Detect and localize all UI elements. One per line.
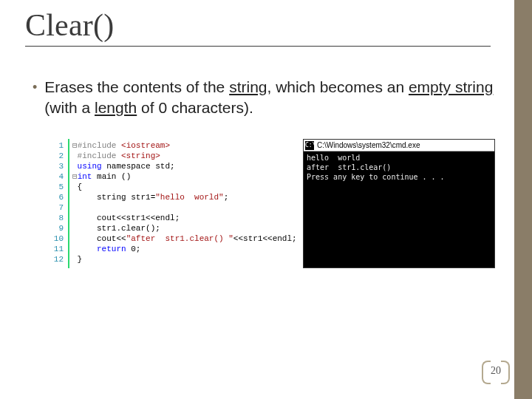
code-body: ⊟#include <iostream> #include <string> u…	[69, 139, 297, 268]
code-token: return	[97, 245, 126, 253]
content-row: 1 2 3 4 5 6 7 8 9 10 11 12 ⊟#include <io…	[44, 139, 495, 268]
console-titlebar: C:\ C:\Windows\system32\cmd.exe	[304, 140, 494, 151]
code-token: {	[78, 183, 83, 191]
console-window: C:\ C:\Windows\system32\cmd.exe hello wo…	[303, 139, 495, 268]
line-number: 3	[44, 161, 64, 171]
line-number: 8	[44, 213, 64, 223]
cmd-icon: C:\	[305, 141, 314, 150]
console-line: hello world	[307, 154, 360, 162]
line-number: 1	[44, 140, 64, 151]
console-line: after str1.clear()	[307, 163, 391, 171]
bullet-seg: Erases the contents of the	[44, 78, 229, 95]
code-gutter: 1 2 3 4 5 6 7 8 9 10 11 12	[44, 139, 69, 268]
slide-title: Clear()	[25, 7, 491, 47]
code-token: "hello world"	[155, 193, 223, 202]
line-number: 9	[44, 223, 64, 233]
line-number: 6	[44, 192, 64, 202]
code-token: #include	[78, 141, 117, 150]
bullet-seg-underline: empty string	[409, 78, 493, 95]
line-number: 12	[44, 254, 64, 265]
slide: Clear() • Erases the contents of the str…	[0, 0, 532, 399]
line-number: 10	[44, 233, 64, 244]
bullet-seg: , which becomes an	[267, 78, 409, 95]
bullet-seg: of 0 characters).	[137, 99, 253, 116]
code-token: "after str1.clear() "	[126, 234, 233, 243]
bracket-left-icon	[482, 361, 491, 384]
code-token: <<str1<<endl;	[233, 234, 297, 243]
line-number: 2	[44, 151, 64, 161]
bullet-seg-underline: length	[95, 99, 137, 116]
code-token: <string>	[116, 151, 160, 160]
console-body: hello world after str1.clear() Press any…	[304, 151, 494, 267]
console-line: Press any key to continue . . .	[307, 173, 445, 181]
bullet-seg: (with a	[44, 99, 95, 116]
code-token: ;	[224, 193, 229, 202]
page-number-badge: 20	[482, 361, 510, 381]
bullet-text: Erases the contents of the string, which…	[44, 77, 494, 118]
code-token: <iostream>	[116, 141, 170, 150]
line-number: 11	[44, 244, 64, 254]
code-token: cout<<str1<<endl;	[78, 214, 180, 222]
code-token: cout<<	[78, 234, 126, 243]
code-token: str1.clear();	[78, 224, 160, 233]
bullet-dot-icon: •	[33, 77, 37, 118]
code-editor: 1 2 3 4 5 6 7 8 9 10 11 12 ⊟#include <io…	[44, 139, 303, 268]
line-number: 7	[44, 202, 64, 213]
fold-icon: ⊟	[72, 141, 78, 150]
code-token: main ()	[92, 172, 131, 181]
bullet-item: • Erases the contents of the string, whi…	[33, 77, 494, 118]
console-title-text: C:\Windows\system32\cmd.exe	[317, 141, 420, 149]
code-token: int	[78, 172, 92, 181]
bracket-right-icon	[501, 361, 510, 384]
bullet-seg-underline: string	[229, 78, 267, 95]
code-token: using	[78, 162, 102, 171]
line-number: 4	[44, 171, 64, 182]
page-number: 20	[491, 365, 501, 377]
fold-icon: ⊟	[72, 172, 78, 181]
code-token: }	[78, 255, 83, 264]
accent-bar	[514, 0, 532, 399]
code-token: namespace std;	[102, 162, 175, 171]
line-number: 5	[44, 182, 64, 192]
code-token: 0;	[126, 245, 141, 253]
code-token: #include	[78, 151, 117, 160]
code-token: string str1=	[78, 193, 156, 202]
